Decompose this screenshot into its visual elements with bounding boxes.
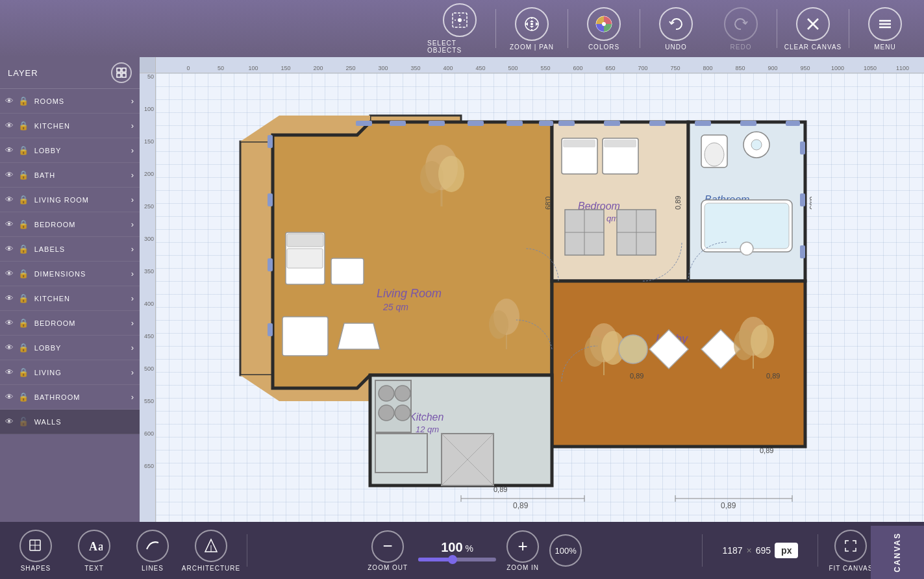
layer-item-kitchen1[interactable]: 👁 🔒 KITCHEN › bbox=[0, 114, 140, 138]
grid-canvas[interactable]: Living Room 25 qm Bedroom 11,5 qm Bathro… bbox=[156, 73, 924, 522]
zoom-bar[interactable] bbox=[418, 558, 496, 561]
text-label: TEXT bbox=[84, 565, 104, 572]
zoom-pct-control: 100% bbox=[549, 534, 582, 567]
fit-canvas-btn[interactable]: FIT CANVAS bbox=[825, 530, 877, 572]
svg-point-76 bbox=[438, 156, 464, 192]
zoom-pct-btn[interactable]: 100% bbox=[549, 534, 582, 567]
lock-icon: 🔒 bbox=[18, 318, 29, 328]
bottom-sep2 bbox=[702, 534, 703, 567]
svg-rect-72 bbox=[282, 317, 328, 356]
canvas-area: 0 50 100 150 200 250 300 350 400 450 500… bbox=[140, 57, 924, 522]
layer-item-rooms[interactable]: 👁 🔒 ROOMS › bbox=[0, 89, 140, 114]
svg-rect-56 bbox=[800, 245, 805, 258]
zoom-pan-label: ZOOM | PAN bbox=[510, 43, 554, 51]
zoom-value: 100 bbox=[441, 540, 462, 555]
chevron-icon: › bbox=[131, 343, 134, 352]
layer-title: LAYER bbox=[8, 68, 38, 78]
layer-item-dimensions[interactable]: 👁 🔒 DIMENSIONS › bbox=[0, 262, 140, 286]
layer-item-walls[interactable]: 👁 🔓 WALLS bbox=[0, 410, 140, 434]
lock-icon: 🔒 bbox=[18, 392, 29, 402]
lock-icon: 🔒 bbox=[18, 219, 29, 229]
layer-item-lobby2[interactable]: 👁 🔒 LOBBY › bbox=[0, 336, 140, 360]
svg-text:68'0: 68'0 bbox=[544, 197, 552, 210]
redo-btn[interactable]: REDO bbox=[708, 0, 773, 57]
svg-point-12 bbox=[602, 22, 606, 26]
clear-canvas-icon bbox=[796, 7, 830, 41]
chevron-icon: › bbox=[131, 244, 134, 254]
chevron-icon: › bbox=[131, 219, 134, 229]
kitchen2-label: KITCHEN bbox=[34, 295, 70, 302]
menu-label: MENU bbox=[874, 43, 895, 51]
fit-canvas-icon bbox=[834, 530, 867, 562]
svg-rect-50 bbox=[649, 121, 666, 126]
ruler-corner bbox=[140, 57, 156, 73]
zoom-in-btn[interactable]: + bbox=[506, 530, 539, 563]
sidebar: LAYER 👁 🔒 ROOMS › 👁 🔒 KITCHEN › 👁 🔒 LOBB… bbox=[0, 57, 140, 522]
zoom-unit: % bbox=[466, 543, 473, 554]
clear-canvas-label: CLEAR CANVAS bbox=[784, 43, 842, 51]
layer-item-kitchen2[interactable]: 👁 🔒 KITCHEN › bbox=[0, 286, 140, 311]
eye-icon: 👁 bbox=[5, 392, 14, 402]
architecture-btn[interactable]: ARCHITECTURE bbox=[182, 522, 240, 579]
lock-open-icon: 🔓 bbox=[18, 417, 29, 426]
select-objects-btn[interactable]: SELECT OBJECTS bbox=[427, 0, 492, 57]
svg-rect-40 bbox=[429, 121, 445, 126]
chevron-icon: › bbox=[131, 195, 134, 204]
fit-canvas-label: FIT CANVAS bbox=[829, 565, 873, 572]
lobby2-label: LOBBY bbox=[34, 344, 62, 352]
eye-icon: 👁 bbox=[5, 244, 14, 254]
layer-icon[interactable] bbox=[111, 62, 132, 83]
svg-rect-44 bbox=[268, 135, 273, 148]
svg-rect-68 bbox=[287, 249, 323, 268]
eye-icon: 👁 bbox=[5, 417, 14, 426]
eye-icon: 👁 bbox=[5, 96, 14, 106]
lines-btn[interactable]: LINES bbox=[123, 522, 182, 579]
horizontal-ruler: 0 50 100 150 200 250 300 350 400 450 500… bbox=[156, 57, 924, 73]
lock-icon: 🔒 bbox=[18, 367, 29, 377]
layer-item-lobby1[interactable]: 👁 🔒 LOBBY › bbox=[0, 138, 140, 163]
svg-text:0,89: 0,89 bbox=[760, 447, 773, 454]
svg-text:Living Room: Living Room bbox=[377, 287, 442, 300]
svg-point-11 bbox=[531, 23, 533, 25]
bottom-sep3 bbox=[818, 534, 818, 567]
svg-rect-19 bbox=[122, 68, 126, 72]
svg-point-107 bbox=[751, 325, 774, 358]
kitchen1-label: KITCHEN bbox=[34, 122, 70, 130]
layer-item-livingroom[interactable]: 👁 🔒 LIVING ROOM › bbox=[0, 188, 140, 212]
svg-point-110 bbox=[395, 386, 410, 401]
layer-item-bedroom1[interactable]: 👁 🔒 BEDROOM › bbox=[0, 212, 140, 237]
layer-item-bath[interactable]: 👁 🔒 BATH › bbox=[0, 163, 140, 188]
chevron-icon: › bbox=[131, 121, 134, 130]
canvas-label: CANVAS bbox=[893, 532, 902, 573]
clear-canvas-btn[interactable]: CLEAR CANVAS bbox=[780, 0, 845, 57]
text-btn[interactable]: Aa TEXT bbox=[65, 522, 123, 579]
svg-rect-41 bbox=[468, 121, 484, 126]
walls-label: WALLS bbox=[34, 418, 62, 426]
svg-rect-21 bbox=[122, 73, 126, 77]
layer-item-labels[interactable]: 👁 🔒 LABELS › bbox=[0, 237, 140, 262]
redo-icon bbox=[724, 7, 758, 41]
sep1 bbox=[495, 9, 496, 48]
layer-item-bathroom[interactable]: 👁 🔒 BATHROOM › bbox=[0, 385, 140, 410]
layer-item-living[interactable]: 👁 🔒 LIVING › bbox=[0, 360, 140, 385]
svg-text:Kitchen: Kitchen bbox=[409, 412, 443, 423]
svg-text:0,89: 0,89 bbox=[721, 501, 736, 510]
zoom-pan-btn[interactable]: ZOOM | PAN bbox=[499, 0, 564, 57]
dimensions-label: DIMENSIONS bbox=[34, 270, 86, 278]
svg-rect-51 bbox=[695, 121, 711, 126]
undo-btn[interactable]: UNDO bbox=[643, 0, 708, 57]
colors-btn[interactable]: COLORS bbox=[571, 0, 636, 57]
zoom-out-btn[interactable]: − bbox=[371, 530, 404, 563]
menu-btn[interactable]: MENU bbox=[853, 0, 918, 57]
svg-rect-46 bbox=[268, 258, 273, 271]
undo-icon bbox=[659, 7, 693, 41]
floorplan: Living Room 25 qm Bedroom 11,5 qm Bathro… bbox=[188, 103, 812, 521]
svg-rect-49 bbox=[604, 121, 620, 126]
bedroom2-label: BEDROOM bbox=[34, 319, 76, 327]
canvas-unit-select[interactable]: px bbox=[775, 543, 798, 558]
architecture-icon bbox=[195, 530, 227, 562]
svg-rect-70 bbox=[331, 258, 364, 284]
layer-item-bedroom2[interactable]: 👁 🔒 BEDROOM › bbox=[0, 311, 140, 336]
shapes-btn[interactable]: SHAPES bbox=[6, 522, 65, 579]
lock-icon: 🔒 bbox=[18, 170, 29, 180]
